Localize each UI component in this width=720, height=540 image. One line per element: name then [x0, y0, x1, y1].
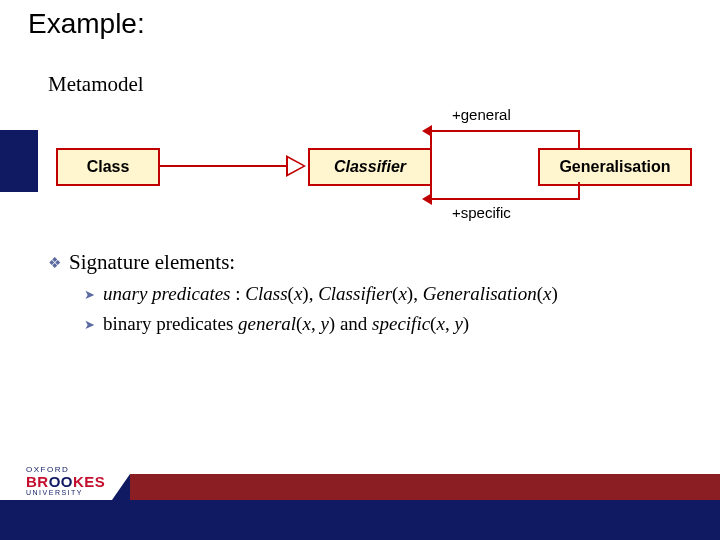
- role-label-specific: +specific: [452, 204, 511, 221]
- unary-p3-arg: x: [543, 283, 551, 304]
- diamond-bullet-icon: ❖: [48, 254, 61, 272]
- generalization-arrowhead-icon: [286, 155, 306, 177]
- generalisation-box: Generalisation: [538, 148, 692, 186]
- comma: ,: [311, 313, 321, 334]
- logo-oo: OO: [49, 473, 73, 490]
- unary-lead: unary predicates: [103, 283, 231, 304]
- metamodel-label: Metamodel: [48, 72, 144, 97]
- generalization-connector-line: [158, 165, 286, 167]
- logo-kes: KES: [73, 473, 105, 490]
- bullet-signature-elements: ❖Signature elements:: [48, 250, 688, 275]
- unary-p3: Generalisation: [423, 283, 537, 304]
- logo-line3: UNIVERSITY: [26, 489, 122, 496]
- role-label-general: +general: [452, 106, 511, 123]
- binary-p1: general: [238, 313, 296, 334]
- binary-p1-x: x: [302, 313, 310, 334]
- content-block: ❖Signature elements: ➤unary predicates :…: [48, 250, 688, 336]
- uml-diagram: Class Classifier Generalisation +general…: [38, 100, 698, 230]
- bullet-heading-text: Signature elements:: [69, 250, 235, 274]
- unary-p1-arg: x: [294, 283, 302, 304]
- subbullet-unary: ➤unary predicates : Class(x), Classifier…: [84, 281, 688, 307]
- assoc-specific-rise: [578, 182, 580, 200]
- paren-close2: ): [463, 313, 469, 334]
- comma2: ,: [445, 313, 455, 334]
- chevron-bullet-icon: ➤: [84, 316, 95, 334]
- assoc-general-line: [430, 130, 580, 132]
- unary-colon: :: [231, 283, 246, 304]
- binary-p1-y: y: [320, 313, 328, 334]
- binary-and: and: [335, 313, 372, 334]
- logo-line2: BROOKES: [26, 474, 122, 489]
- logo-br: BR: [26, 473, 49, 490]
- assoc-general-arrowhead-icon: [422, 125, 432, 137]
- footer-red-band: [130, 474, 720, 500]
- footer-navy-band: [0, 500, 720, 540]
- assoc-specific-line: [430, 198, 580, 200]
- binary-p2-x: x: [436, 313, 444, 334]
- unary-p2: Classifier: [318, 283, 392, 304]
- assoc-general-rise: [578, 130, 580, 148]
- slide-title: Example:: [28, 8, 145, 40]
- binary-lead: binary predicates: [103, 313, 238, 334]
- chevron-bullet-icon: ➤: [84, 286, 95, 304]
- unary-p1: Class: [245, 283, 287, 304]
- assoc-specific-arrowhead-icon: [422, 193, 432, 205]
- binary-p2: specific: [372, 313, 430, 334]
- brookes-logo: OXFORD BROOKES UNIVERSITY: [26, 466, 122, 496]
- subbullet-binary: ➤binary predicates general(x, y) and spe…: [84, 311, 688, 337]
- class-box: Class: [56, 148, 160, 186]
- binary-p2-y: y: [454, 313, 462, 334]
- classifier-box: Classifier: [308, 148, 432, 186]
- unary-p2-arg: x: [398, 283, 406, 304]
- left-accent-bar: [0, 130, 38, 192]
